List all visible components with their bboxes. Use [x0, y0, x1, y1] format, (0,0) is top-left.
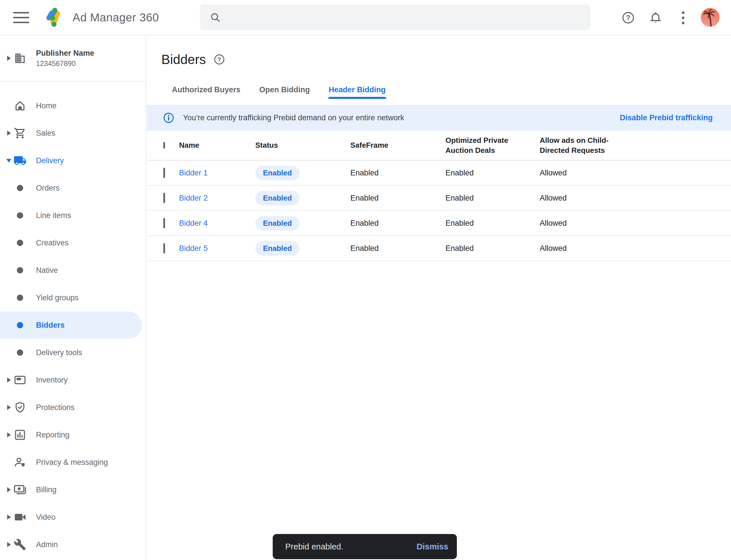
- column-header-name: Name: [179, 140, 255, 150]
- row-checkbox[interactable]: [163, 168, 165, 178]
- row-checkbox[interactable]: [163, 218, 165, 228]
- sidebar-item-delivery[interactable]: Delivery: [0, 147, 146, 174]
- table-row: Bidder 1EnabledEnabledEnabledAllowed: [147, 161, 731, 186]
- bullet-icon: [13, 267, 27, 273]
- sidebar-item-label: Bidders: [36, 321, 65, 330]
- publisher-switcher[interactable]: Publisher Name 1234567890: [0, 35, 146, 82]
- table-header: NameStatusSafeFrameOptimized Private Auc…: [147, 131, 731, 161]
- cell-optimized-private-auction-deals: Enabled: [445, 219, 540, 228]
- sidebar-item-label: Sales: [36, 129, 55, 138]
- cell-child-directed: Allowed: [540, 219, 731, 228]
- sidebar-item-label: Native: [36, 266, 58, 275]
- status-badge: Enabled: [255, 241, 300, 256]
- sidebar-item-sales[interactable]: Sales: [0, 119, 146, 147]
- bullet-icon: [13, 212, 27, 219]
- row-checkbox[interactable]: [163, 243, 165, 253]
- sidebar-item-video[interactable]: Video: [0, 503, 146, 531]
- bidder-link[interactable]: Bidder 4: [179, 219, 255, 228]
- sidebar-item-label: Delivery tools: [36, 348, 82, 357]
- chevron-right-icon[interactable]: [5, 542, 13, 547]
- sidebar-item-privacy-messaging[interactable]: Privacy & messaging: [0, 449, 146, 476]
- chevron-right-icon[interactable]: [5, 487, 13, 492]
- tab-open-bidding[interactable]: Open Bidding: [259, 81, 310, 99]
- publisher-id: 1234567890: [36, 59, 94, 68]
- sidebar-item-protections[interactable]: Protections: [0, 394, 146, 421]
- tab-authorized-buyers[interactable]: Authorized Buyers: [172, 81, 241, 99]
- bullet-icon: [13, 295, 27, 301]
- sidebar-item-line-items[interactable]: Line items: [0, 202, 146, 229]
- truck-icon: [13, 154, 27, 167]
- sidebar-item-delivery-tools[interactable]: Delivery tools: [0, 339, 146, 366]
- cart-icon: [13, 127, 27, 139]
- sidebar-item-label: Line items: [36, 211, 71, 220]
- notifications-bell-icon[interactable]: [649, 11, 662, 25]
- chevron-right-icon[interactable]: [5, 131, 13, 136]
- toast-dismiss-button[interactable]: Dismiss: [416, 542, 448, 551]
- sidebar-item-billing[interactable]: Billing: [0, 476, 146, 503]
- sidebar-item-native[interactable]: Native: [0, 257, 146, 284]
- bullet-icon: [13, 240, 27, 246]
- sidebar-item-yield-groups[interactable]: Yield groups: [0, 284, 146, 311]
- banner-message: You’re currently trafficking Prebid dema…: [183, 113, 404, 122]
- video-icon: [13, 511, 27, 524]
- privacy-icon: [13, 456, 27, 469]
- admin-icon: [13, 538, 27, 551]
- bullet-icon: [13, 185, 27, 191]
- chevron-down-icon[interactable]: [5, 159, 13, 163]
- palm-sunset-photo: [701, 8, 720, 27]
- chevron-right-icon[interactable]: [5, 432, 13, 437]
- status-badge: Enabled: [255, 216, 300, 231]
- cell-child-directed: Allowed: [540, 194, 731, 203]
- page-title: Bidders: [161, 52, 206, 67]
- main-content: Bidders ? Authorized BuyersOpen BiddingH…: [147, 35, 731, 560]
- home-icon: [13, 99, 27, 112]
- sidebar-item-label: Yield groups: [36, 293, 79, 302]
- sidebar-item-creatives[interactable]: Creatives: [0, 229, 146, 257]
- row-checkbox[interactable]: [163, 193, 165, 203]
- page-help-icon[interactable]: ?: [213, 53, 225, 65]
- sidebar-item-reporting[interactable]: Reporting: [0, 421, 146, 449]
- sidebar-item-label: Admin: [36, 540, 58, 549]
- column-header-optimized-private-auction-deals: Optimized Private Auction Deals: [445, 135, 540, 155]
- reporting-icon: [13, 429, 27, 441]
- status-badge: Enabled: [255, 166, 300, 180]
- search-bar: [200, 5, 590, 30]
- svg-text:?: ?: [626, 14, 630, 22]
- sidebar-item-label: Delivery: [36, 156, 64, 165]
- chevron-right-icon: [5, 56, 13, 61]
- select-all-checkbox[interactable]: [163, 142, 165, 149]
- sidebar-item-admin[interactable]: Admin: [0, 531, 146, 558]
- app-title: Ad Manager 360: [73, 11, 159, 24]
- building-icon: [13, 52, 27, 65]
- help-icon[interactable]: ?: [621, 11, 635, 25]
- top-app-bar: Ad Manager 360 ?: [0, 0, 731, 35]
- sidebar-item-inventory[interactable]: Inventory: [0, 366, 146, 394]
- more-options-icon[interactable]: [678, 11, 688, 25]
- cell-safeframe: Enabled: [351, 244, 445, 253]
- shield-icon: [13, 401, 27, 414]
- menu-icon[interactable]: [13, 11, 29, 24]
- bidder-link[interactable]: Bidder 5: [179, 244, 255, 253]
- sidebar-menu: HomeSalesDeliveryOrdersLine itemsCreativ…: [0, 82, 146, 558]
- column-header-allow-ads-on-child-directed-requests: Allow ads on Child-Directed Requests: [540, 135, 731, 155]
- column-header-status: Status: [255, 140, 351, 150]
- account-avatar[interactable]: [701, 8, 720, 27]
- sidebar-item-label: Creatives: [36, 239, 69, 247]
- chevron-right-icon[interactable]: [5, 405, 13, 410]
- search-input[interactable]: [227, 13, 590, 22]
- chevron-right-icon[interactable]: [5, 515, 13, 520]
- sidebar-item-bidders[interactable]: Bidders: [0, 311, 142, 339]
- tab-bar: Authorized BuyersOpen BiddingHeader Bidd…: [147, 81, 731, 99]
- cell-safeframe: Enabled: [351, 194, 445, 203]
- table-body: Bidder 1EnabledEnabledEnabledAllowedBidd…: [147, 161, 731, 261]
- tab-header-bidding[interactable]: Header Bidding: [329, 81, 386, 99]
- search-icon: [210, 12, 221, 23]
- sidebar-item-home[interactable]: Home: [0, 92, 146, 119]
- sidebar-item-orders[interactable]: Orders: [0, 174, 146, 202]
- chevron-right-icon[interactable]: [5, 377, 13, 383]
- bidder-link[interactable]: Bidder 2: [179, 194, 255, 203]
- info-icon: [163, 112, 175, 124]
- disable-prebid-trafficking-link[interactable]: Disable Prebid trafficking: [620, 113, 713, 122]
- bidder-link[interactable]: Bidder 1: [179, 169, 255, 177]
- sidebar-item-label: Privacy & messaging: [36, 458, 108, 467]
